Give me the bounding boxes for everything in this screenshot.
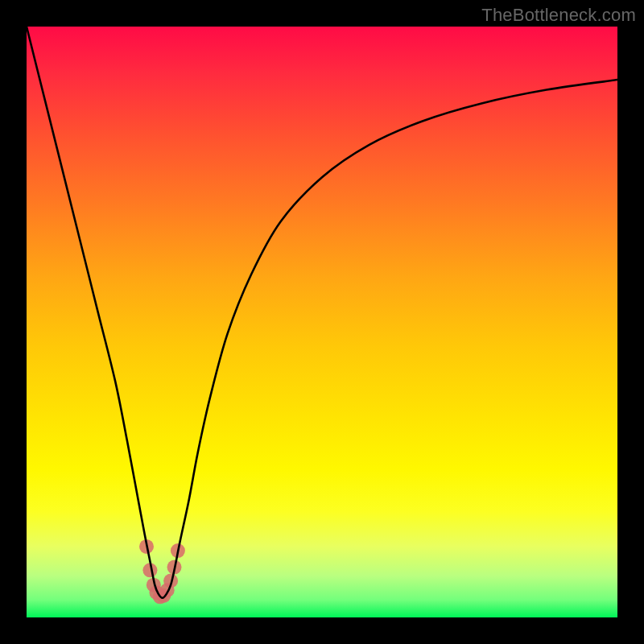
chart-svg (27, 27, 617, 617)
bottleneck-curve (27, 27, 617, 598)
watermark-label: TheBottleneck.com (481, 5, 636, 26)
chart-area (27, 27, 617, 617)
